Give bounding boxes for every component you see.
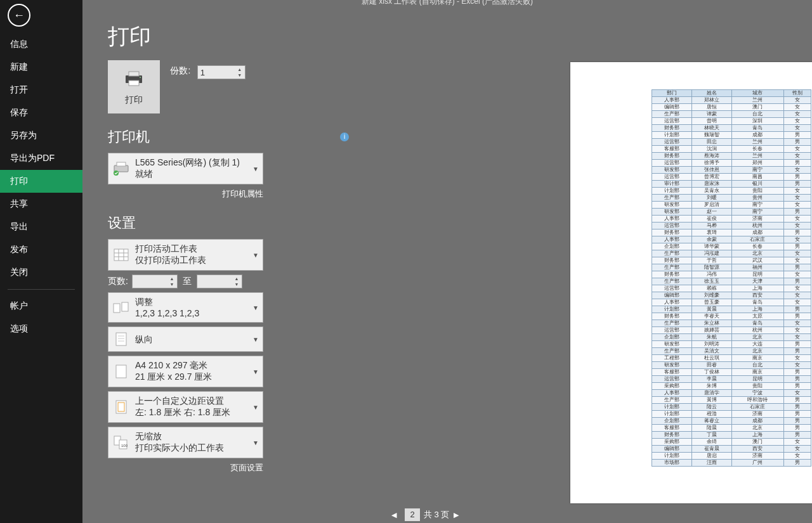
table-row: 计划部唐启济南女 <box>652 453 811 460</box>
nav-footer-0[interactable]: 帐户 <box>0 295 82 318</box>
printer-status: 就绪 <box>135 169 249 180</box>
nav-item-4[interactable]: 另存为 <box>0 124 82 147</box>
table-row: 运营部马桦杭州女 <box>652 223 811 229</box>
nav-item-10[interactable]: 关闭 <box>0 261 82 284</box>
collate-icon <box>112 299 130 316</box>
table-row: 财务部袁琦成都男 <box>652 229 811 236</box>
nav-item-8[interactable]: 导出 <box>0 216 82 238</box>
table-row: 人事部唐清学宁波女 <box>652 390 811 397</box>
table-row: 研发部赵一南宁男 <box>652 209 811 216</box>
chevron-down-icon: ▼ <box>252 336 259 343</box>
paper-size-selector[interactable]: A4 210 x 297 毫米 21 厘米 x 29.7 厘米 ▼ <box>108 356 263 387</box>
svg-rect-1 <box>129 72 139 76</box>
printer-icon <box>124 70 144 87</box>
table-row: 生产部冯泓建北京女 <box>652 250 811 257</box>
nav-item-2[interactable]: 打开 <box>0 79 82 101</box>
copies-label: 份数: <box>170 65 190 75</box>
table-row: 企划部朱航北京女 <box>652 334 811 341</box>
table-row: 财务部冯伟昆明女 <box>652 271 811 278</box>
table-row: 运营部徐博予郑州男 <box>652 160 811 167</box>
table-row: 研发部罗启清南宁女 <box>652 202 811 209</box>
table-row: 采购部余绮澳门女 <box>652 439 811 446</box>
page-navigator: ◀ 2 共 3 页 ▶ <box>387 508 463 521</box>
nav-item-5[interactable]: 导出为PDF <box>0 147 82 170</box>
table-row: 生产部黃博呼和浩特男 <box>652 397 811 404</box>
table-row: 生产部朱立林青岛女 <box>652 320 811 327</box>
pages-row: 页数: ▲▼ 至 ▲▼ <box>108 274 349 288</box>
table-row: 财务部于哲武汉女 <box>652 257 811 264</box>
table-row: 运营部曾明深圳女 <box>652 118 811 125</box>
table-row: 生产部吴清文北京男 <box>652 348 811 355</box>
nav-item-1[interactable]: 新建 <box>0 56 82 79</box>
print-settings-panel: 打印 份数: ▲▼ 打印机 i L565 Series(网络) (复制 1) 就… <box>108 60 349 477</box>
collate-selector[interactable]: 调整 1,2,3 1,2,3 1,2,3 ▼ <box>108 292 263 323</box>
chevron-down-icon: ▼ <box>252 439 259 446</box>
copies-input[interactable] <box>198 66 235 79</box>
table-row: 人事部郑林立兰州女 <box>652 97 811 104</box>
printer-name: L565 Series(网络) (复制 1) <box>135 157 249 169</box>
scaling-selector[interactable]: 100 无缩放 打印实际大小的工作表 ▼ <box>108 427 263 458</box>
table-row: 生产部谭蒙台北女 <box>652 111 811 118</box>
prev-page-button[interactable]: ◀ <box>390 510 398 519</box>
table-row: 财务部蔡海涛兰州女 <box>652 153 811 160</box>
spinner-arrows[interactable]: ▲▼ <box>235 67 244 78</box>
printer-selector[interactable]: L565 Series(网络) (复制 1) 就绪 ▼ <box>108 153 263 184</box>
nav-item-9[interactable]: 发布 <box>0 238 82 261</box>
table-row: 运营部李晨昆明男 <box>652 376 811 383</box>
table-row: 编辑部唐恒澳门女 <box>652 104 811 111</box>
svg-rect-18 <box>116 365 126 378</box>
svg-rect-14 <box>116 333 126 345</box>
page-from-spinner[interactable]: ▲▼ <box>132 274 178 288</box>
table-row: 人事部崔俊济南女 <box>652 216 811 223</box>
nav-item-0[interactable]: 信息 <box>0 33 82 56</box>
table-row: 研发部张佳恩南宁女 <box>652 167 811 174</box>
table-row: 计划部魏瑞智成都男 <box>652 132 811 139</box>
table-row: 研发部刘明涛大连男 <box>652 341 811 348</box>
table-row: 财务部林晓天青岛女 <box>652 125 811 132</box>
svg-point-6 <box>114 171 119 176</box>
nav-footer-1[interactable]: 选项 <box>0 318 82 340</box>
orientation-selector[interactable]: 纵向 ▼ <box>108 326 263 352</box>
svg-point-3 <box>140 77 141 78</box>
table-row: 生产部徐玉玉天津男 <box>652 278 811 285</box>
table-row: 工程部杜云琪南京女 <box>652 355 811 362</box>
settings-section-heading: 设置 <box>108 214 349 233</box>
copies-group: 份数: ▲▼ <box>170 65 245 79</box>
table-row: 计划部黃晨上海男 <box>652 306 811 313</box>
pages-label: 页数: <box>108 276 128 287</box>
margins-selector[interactable]: 上一个自定义边距设置 左: 1.8 厘米 右: 1.8 厘米 ▼ <box>108 391 263 423</box>
table-row: 计划部程浩济南男 <box>652 411 811 418</box>
table-row: 编辑部崔青晨西安女 <box>652 446 811 453</box>
page-title: 打印 <box>108 22 812 51</box>
nav-item-3[interactable]: 保存 <box>0 101 82 124</box>
table-row: 客服部丁俊林南京男 <box>652 369 811 376</box>
page-to-spinner[interactable]: ▲▼ <box>197 274 242 288</box>
printer-properties-link[interactable]: 打印机属性 <box>108 188 263 200</box>
copies-spinner[interactable]: ▲▼ <box>197 65 246 79</box>
printer-selected-icon <box>112 160 130 178</box>
page-setup-link[interactable]: 页面设置 <box>108 462 263 474</box>
back-button[interactable]: ← <box>8 4 30 27</box>
print-button[interactable]: 打印 <box>108 60 160 113</box>
table-row: 计划部陆云石家庄男 <box>652 404 811 411</box>
svg-rect-7 <box>114 249 128 261</box>
table-row: 客服部沈润长春女 <box>652 146 811 153</box>
main-area: 新建 xlsx 工作表 (自动保存) - Excel (产品激活失败) 打印 打… <box>82 0 812 523</box>
nav-item-7[interactable]: 共享 <box>0 193 82 216</box>
sheet-icon <box>112 246 130 264</box>
scaling-icon: 100 <box>112 434 130 451</box>
nav-item-6[interactable]: 打印 <box>0 170 82 193</box>
table-row: 运营部姚婵芸杭州女 <box>652 327 811 334</box>
current-page-input[interactable]: 2 <box>405 508 420 521</box>
info-icon[interactable]: i <box>340 132 349 141</box>
paper-icon <box>112 363 130 380</box>
print-what-selector[interactable]: 打印活动工作表 仅打印活动工作表 ▼ <box>108 239 263 271</box>
table-row: 编辑部刘维豪西安女 <box>652 292 811 299</box>
next-page-button[interactable]: ▶ <box>452 510 461 519</box>
chevron-down-icon: ▼ <box>252 165 259 172</box>
svg-text:100: 100 <box>121 444 128 448</box>
table-row: 审计部唐家洙银川男 <box>652 181 811 188</box>
svg-rect-2 <box>129 81 139 86</box>
table-row: 计划部吴青永贵阳女 <box>652 188 811 195</box>
table-row: 企划部谭华蒙长春男 <box>652 243 811 250</box>
